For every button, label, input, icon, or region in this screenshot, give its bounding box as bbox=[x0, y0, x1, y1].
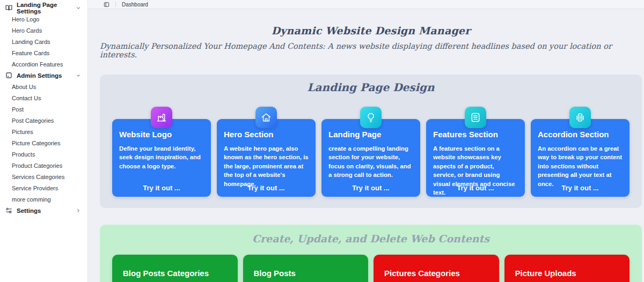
card-title: Landing Page bbox=[328, 130, 413, 139]
sidebar-toggle-icon[interactable] bbox=[104, 2, 109, 8]
card-title: Hero Section bbox=[224, 130, 309, 139]
topbar: Dashboard bbox=[88, 0, 644, 9]
sidebar-item-more-comming[interactable]: more comming bbox=[0, 194, 87, 205]
card-body: A website hero page, also known as the h… bbox=[224, 144, 309, 188]
card-body: create a compelling landing section for … bbox=[328, 144, 413, 180]
sidebar-item-service-providers[interactable]: Service Providers bbox=[0, 182, 87, 194]
try-it-out-link[interactable]: Try it out ... bbox=[112, 184, 211, 192]
sidebar: Landing Page Settings Hero Logo Hero Car… bbox=[0, 0, 88, 282]
card-title: Blog Posts Categories bbox=[123, 269, 227, 278]
content-section-title: Create, Update, and Delete Web Contents bbox=[112, 233, 630, 244]
card-title: Blog Posts bbox=[254, 269, 358, 278]
book-open-icon bbox=[5, 4, 12, 11]
sidebar-item-post[interactable]: Post bbox=[0, 103, 87, 115]
sidebar-item-product-categories[interactable]: Product Categories bbox=[0, 160, 87, 171]
sidebar-item-contact-us[interactable]: Contact Us bbox=[0, 92, 87, 103]
sidebar-item-feature-cards[interactable]: Feature Cards bbox=[0, 47, 87, 58]
card-blog-posts[interactable]: Blog Posts A blog post is a discrete pie… bbox=[243, 255, 369, 282]
card-title: Features Section bbox=[433, 130, 518, 139]
factory-icon bbox=[151, 107, 172, 128]
sidebar-item-hero-logo[interactable]: Hero Logo bbox=[0, 13, 87, 25]
page-content: Dynamic Website Design Manager Dynamical… bbox=[88, 9, 644, 282]
lightbulb-icon bbox=[360, 107, 382, 128]
sidebar-item-accordion-features[interactable]: Accordion Features bbox=[0, 58, 87, 70]
sidebar-section-label: Settings bbox=[17, 207, 41, 214]
try-it-out-link[interactable]: Try it out ... bbox=[217, 184, 316, 192]
try-it-out-link[interactable]: Try it out ... bbox=[321, 184, 420, 192]
card-landing-page[interactable]: Landing Page create a compelling landing… bbox=[321, 119, 420, 197]
card-hero-section[interactable]: Hero Section A website hero page, also k… bbox=[217, 119, 316, 197]
chevron-right-icon bbox=[76, 208, 81, 213]
card-title: Pictures Categories bbox=[384, 269, 488, 278]
page-title: Dynamic Website Design Manager bbox=[100, 25, 642, 36]
card-features-section[interactable]: Features Section A features section on a… bbox=[426, 119, 525, 197]
sidebar-section-admin-settings[interactable]: Admin Settings bbox=[0, 70, 87, 81]
admin-panel-icon bbox=[5, 72, 12, 79]
card-picture-uploads[interactable]: Picture Uploads For Selected Picture Cat… bbox=[504, 255, 630, 282]
chevron-down-icon bbox=[76, 5, 81, 11]
card-website-logo[interactable]: Website Logo Define your brand identity,… bbox=[112, 119, 211, 197]
topbar-divider bbox=[115, 2, 116, 7]
card-title: Picture Uploads bbox=[515, 269, 619, 278]
sidebar-section-landing-page-settings[interactable]: Landing Page Settings bbox=[0, 2, 87, 13]
chevron-down-icon bbox=[76, 73, 81, 78]
sidebar-item-landing-cards[interactable]: Landing Cards bbox=[0, 36, 87, 47]
sidebar-item-about-us[interactable]: About Us bbox=[0, 81, 87, 92]
card-blog-posts-categories[interactable]: Blog Posts Categories Blog post categori… bbox=[112, 255, 238, 282]
landing-cards-row: Website Logo Define your brand identity,… bbox=[112, 119, 630, 197]
sidebar-section-settings[interactable]: Settings bbox=[0, 205, 87, 216]
card-accordion-section[interactable]: Accordion Section An accordion can be a … bbox=[531, 119, 630, 197]
try-it-out-link[interactable]: Try it out ... bbox=[426, 184, 525, 192]
accordion-icon bbox=[569, 107, 591, 128]
content-cards-row: Blog Posts Categories Blog post categori… bbox=[112, 255, 630, 282]
sidebar-section-label: Landing Page Settings bbox=[17, 2, 76, 14]
home-icon bbox=[255, 107, 277, 128]
sidebar-item-picture-categories[interactable]: Picture Categories bbox=[0, 137, 87, 149]
sidebar-item-services-categories[interactable]: Services Categories bbox=[0, 171, 87, 182]
try-it-out-link[interactable]: Try it out ... bbox=[531, 184, 630, 192]
main-area: Dashboard Dynamic Website Design Manager… bbox=[88, 0, 644, 282]
sidebar-item-products[interactable]: Products bbox=[0, 149, 87, 160]
sidebar-item-post-categories[interactable]: Post Categories bbox=[0, 115, 87, 126]
card-body: An accordion can be a great way to break… bbox=[538, 144, 623, 188]
sidebar-item-hero-cards[interactable]: Hero Cards bbox=[0, 25, 87, 36]
breadcrumb-dashboard[interactable]: Dashboard bbox=[122, 2, 148, 8]
page-subtitle: Dynamically Personalized Your Homepage A… bbox=[100, 42, 642, 59]
sidebar-section-label: Admin Settings bbox=[17, 72, 62, 79]
landing-page-design-section: Landing Page Design Website Logo Define … bbox=[100, 75, 642, 208]
sidebar-item-pictures[interactable]: Pictures bbox=[0, 126, 87, 137]
card-pictures-categories[interactable]: Pictures Categories A picture album cate… bbox=[374, 255, 499, 282]
card-body: Define your brand identity, seek design … bbox=[119, 144, 204, 170]
document-list-icon bbox=[465, 107, 486, 128]
sliders-icon bbox=[5, 207, 12, 214]
web-contents-section: Create, Update, and Delete Web Contents … bbox=[100, 225, 642, 282]
card-title: Accordion Section bbox=[538, 130, 623, 139]
card-title: Website Logo bbox=[119, 130, 204, 139]
landing-section-title: Landing Page Design bbox=[112, 81, 630, 94]
